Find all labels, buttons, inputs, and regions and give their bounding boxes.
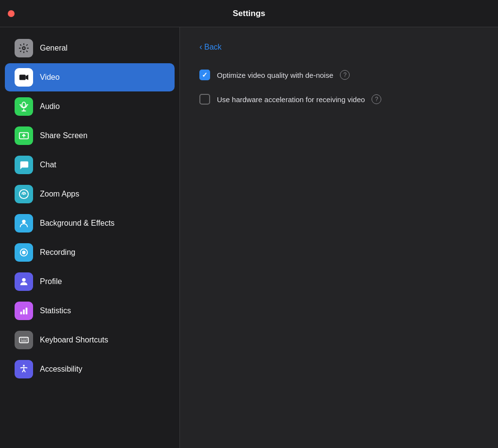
traffic-light-close[interactable] [8,10,15,17]
sidebar-item-label-video: Video [40,73,60,82]
option-label-opt-hwaccel: Use hardware acceleration for receiving … [217,95,365,104]
sidebar-item-accessibility[interactable]: Accessibility [5,355,175,383]
window-title: Settings [232,9,265,18]
sidebar-item-recording[interactable]: Recording [5,238,175,267]
sidebar-item-general[interactable]: General [5,34,175,62]
back-button[interactable]: ‹ Back [199,42,479,52]
sidebar-item-video[interactable]: Video [5,63,175,91]
sidebar-item-label-keyboard: Keyboard Shortcuts [40,336,108,344]
statistics-icon [15,302,33,320]
sidebar-item-label-profile: Profile [40,277,62,286]
video-icon [15,68,33,87]
svg-rect-11 [23,309,25,314]
sidebar-item-label-accessibility: Accessibility [40,365,82,374]
sidebar-item-background[interactable]: Background & Effects [5,209,175,237]
sidebar-item-audio[interactable]: Audio [5,92,175,121]
option-label-opt-denoise: Optimize video quality with de-noise [217,71,333,79]
title-bar: Settings [0,0,498,27]
sidebar-item-label-general: General [40,44,68,53]
keyboard-icon [15,331,33,349]
accessibility-icon [15,360,33,378]
sidebar-item-label-chat: Chat [40,161,56,169]
background-icon [15,214,33,233]
svg-point-6 [22,220,25,223]
sidebar-item-profile[interactable]: Profile [5,268,175,296]
svg-point-8 [22,251,25,254]
info-icon-opt-denoise[interactable]: ? [340,70,350,80]
info-icon-opt-hwaccel[interactable]: ? [372,94,381,104]
svg-rect-1 [19,75,26,80]
sharescreen-icon [15,126,33,145]
back-label: Back [204,43,222,52]
sidebar-item-label-zoomapps: Zoom Apps [40,190,79,198]
sidebar-item-keyboard[interactable]: Keyboard Shortcuts [5,326,175,354]
profile-icon [15,272,33,291]
svg-point-0 [22,47,25,50]
sidebar-item-statistics[interactable]: Statistics [5,297,175,325]
main-layout: General Video Audio Share Screen Chat Zo… [0,27,498,448]
svg-point-2 [22,102,25,108]
back-chevron-icon: ‹ [199,42,202,52]
svg-rect-10 [20,312,22,315]
checkbox-opt-hwaccel[interactable] [199,94,210,105]
option-row-opt-denoise: Optimize video quality with de-noise? [199,70,479,80]
options-container: Optimize video quality with de-noise?Use… [199,70,479,105]
checkbox-opt-denoise[interactable] [199,70,210,80]
sidebar-item-label-background: Background & Effects [40,219,115,228]
audio-icon [15,97,33,116]
sidebar-item-label-sharescreen: Share Screen [40,131,88,140]
recording-icon [15,243,33,262]
svg-point-5 [23,193,25,195]
sidebar-item-chat[interactable]: Chat [5,151,175,179]
sidebar-item-label-audio: Audio [40,102,60,111]
svg-rect-13 [19,338,28,343]
chat-icon [15,156,33,174]
sidebar: General Video Audio Share Screen Chat Zo… [0,27,180,448]
option-row-opt-hwaccel: Use hardware acceleration for receiving … [199,94,479,105]
svg-rect-12 [26,308,28,315]
gear-icon [15,39,33,57]
sidebar-item-label-statistics: Statistics [40,306,71,315]
sidebar-item-sharescreen[interactable]: Share Screen [5,122,175,150]
content-area: ‹ Back Optimize video quality with de-no… [180,27,498,448]
zoomapps-icon [15,185,33,203]
svg-point-9 [22,278,25,282]
sidebar-item-label-recording: Recording [40,248,75,257]
svg-point-14 [23,365,25,367]
sidebar-item-zoomapps[interactable]: Zoom Apps [5,180,175,208]
